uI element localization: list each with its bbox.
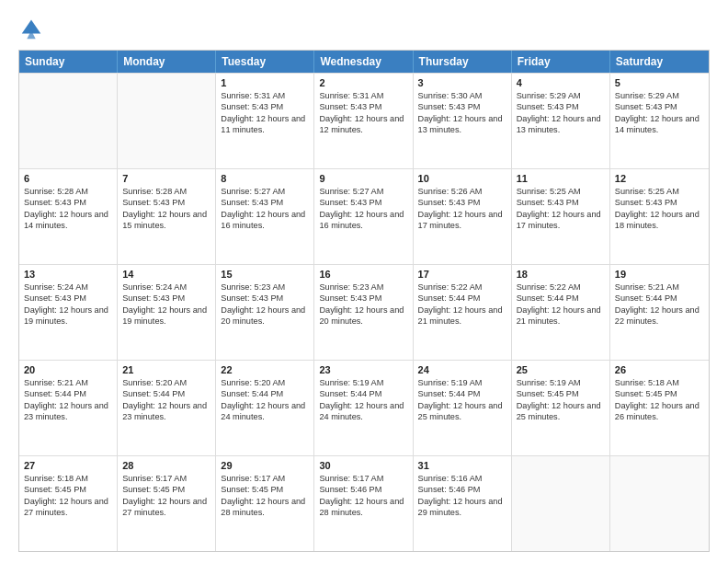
day-number: 30 xyxy=(319,460,407,471)
daylight-text: Daylight: 12 hours and 26 minutes. xyxy=(615,400,704,423)
sunrise-text: Sunrise: 5:16 AM xyxy=(418,473,506,484)
sunset-text: Sunset: 5:44 PM xyxy=(122,388,210,399)
daylight-text: Daylight: 12 hours and 13 minutes. xyxy=(517,113,605,136)
sunrise-text: Sunrise: 5:24 AM xyxy=(24,282,112,293)
sunset-text: Sunset: 5:44 PM xyxy=(418,293,506,304)
sunrise-text: Sunrise: 5:20 AM xyxy=(122,377,210,388)
calendar-cell: 9Sunrise: 5:27 AMSunset: 5:43 PMDaylight… xyxy=(314,169,413,264)
sunset-text: Sunset: 5:43 PM xyxy=(122,293,210,304)
sunset-text: Sunset: 5:43 PM xyxy=(517,197,605,208)
daylight-text: Daylight: 12 hours and 17 minutes. xyxy=(418,209,506,232)
calendar-header-cell-tuesday: Tuesday xyxy=(216,51,314,73)
sunrise-text: Sunrise: 5:19 AM xyxy=(517,377,605,388)
calendar-cell: 7Sunrise: 5:28 AMSunset: 5:43 PMDaylight… xyxy=(118,169,216,264)
day-number: 5 xyxy=(615,77,704,88)
sunset-text: Sunset: 5:43 PM xyxy=(615,197,704,208)
daylight-text: Daylight: 12 hours and 14 minutes. xyxy=(615,113,704,136)
daylight-text: Daylight: 12 hours and 13 minutes. xyxy=(418,113,506,136)
sunrise-text: Sunrise: 5:27 AM xyxy=(221,186,309,197)
calendar-cell xyxy=(512,456,610,551)
calendar-cell: 10Sunrise: 5:26 AMSunset: 5:43 PMDayligh… xyxy=(414,169,512,264)
daylight-text: Daylight: 12 hours and 24 minutes. xyxy=(221,400,309,423)
daylight-text: Daylight: 12 hours and 16 minutes. xyxy=(221,209,309,232)
day-number: 25 xyxy=(517,364,605,375)
sunset-text: Sunset: 5:44 PM xyxy=(517,293,605,304)
sunrise-text: Sunrise: 5:22 AM xyxy=(517,282,605,293)
page: SundayMondayTuesdayWednesdayThursdayFrid… xyxy=(0,0,728,563)
sunset-text: Sunset: 5:43 PM xyxy=(122,197,210,208)
calendar-cell: 5Sunrise: 5:29 AMSunset: 5:43 PMDaylight… xyxy=(610,74,709,168)
calendar-cell xyxy=(610,456,709,551)
daylight-text: Daylight: 12 hours and 29 minutes. xyxy=(418,496,506,519)
calendar-cell: 1Sunrise: 5:31 AMSunset: 5:43 PMDaylight… xyxy=(216,74,314,168)
header xyxy=(18,15,710,40)
calendar-cell xyxy=(19,74,118,168)
sunset-text: Sunset: 5:45 PM xyxy=(122,484,210,495)
sunrise-text: Sunrise: 5:31 AM xyxy=(221,90,309,101)
day-number: 26 xyxy=(615,364,704,375)
sunset-text: Sunset: 5:44 PM xyxy=(221,388,309,399)
sunrise-text: Sunrise: 5:25 AM xyxy=(615,186,704,197)
sunrise-text: Sunrise: 5:23 AM xyxy=(319,282,407,293)
sunrise-text: Sunrise: 5:19 AM xyxy=(319,377,407,388)
day-number: 4 xyxy=(517,77,605,88)
calendar-cell: 25Sunrise: 5:19 AMSunset: 5:45 PMDayligh… xyxy=(512,361,610,455)
daylight-text: Daylight: 12 hours and 19 minutes. xyxy=(122,304,210,327)
calendar-cell: 24Sunrise: 5:19 AMSunset: 5:44 PMDayligh… xyxy=(414,361,512,455)
day-number: 24 xyxy=(418,364,506,375)
calendar-cell: 14Sunrise: 5:24 AMSunset: 5:43 PMDayligh… xyxy=(118,265,216,360)
day-number: 31 xyxy=(418,460,506,471)
calendar-cell: 13Sunrise: 5:24 AMSunset: 5:43 PMDayligh… xyxy=(19,265,118,360)
calendar-cell: 4Sunrise: 5:29 AMSunset: 5:43 PMDaylight… xyxy=(512,74,610,168)
sunset-text: Sunset: 5:45 PM xyxy=(24,484,112,495)
sunset-text: Sunset: 5:46 PM xyxy=(418,484,506,495)
sunset-text: Sunset: 5:44 PM xyxy=(319,388,407,399)
sunrise-text: Sunrise: 5:30 AM xyxy=(418,90,506,101)
sunrise-text: Sunrise: 5:28 AM xyxy=(24,186,112,197)
daylight-text: Daylight: 12 hours and 27 minutes. xyxy=(122,496,210,519)
calendar-cell: 3Sunrise: 5:30 AMSunset: 5:43 PMDaylight… xyxy=(414,74,512,168)
calendar-week-0: 1Sunrise: 5:31 AMSunset: 5:43 PMDaylight… xyxy=(19,73,709,168)
calendar-cell: 28Sunrise: 5:17 AMSunset: 5:45 PMDayligh… xyxy=(118,456,216,551)
sunrise-text: Sunrise: 5:23 AM xyxy=(221,282,309,293)
day-number: 12 xyxy=(615,173,704,184)
daylight-text: Daylight: 12 hours and 18 minutes. xyxy=(615,209,704,232)
sunset-text: Sunset: 5:43 PM xyxy=(24,197,112,208)
calendar-header-cell-monday: Monday xyxy=(118,51,216,73)
day-number: 6 xyxy=(24,173,112,184)
day-number: 2 xyxy=(319,77,407,88)
calendar-cell: 17Sunrise: 5:22 AMSunset: 5:44 PMDayligh… xyxy=(414,265,512,360)
sunset-text: Sunset: 5:43 PM xyxy=(221,197,309,208)
day-number: 11 xyxy=(517,173,605,184)
sunrise-text: Sunrise: 5:17 AM xyxy=(221,473,309,484)
daylight-text: Daylight: 12 hours and 24 minutes. xyxy=(319,400,407,423)
calendar-body: 1Sunrise: 5:31 AMSunset: 5:43 PMDaylight… xyxy=(19,73,709,551)
day-number: 14 xyxy=(122,269,210,280)
sunrise-text: Sunrise: 5:17 AM xyxy=(319,473,407,484)
day-number: 7 xyxy=(122,173,210,184)
sunset-text: Sunset: 5:43 PM xyxy=(221,293,309,304)
daylight-text: Daylight: 12 hours and 22 minutes. xyxy=(615,304,704,327)
day-number: 20 xyxy=(24,364,112,375)
daylight-text: Daylight: 12 hours and 21 minutes. xyxy=(418,304,506,327)
day-number: 22 xyxy=(221,364,309,375)
sunrise-text: Sunrise: 5:29 AM xyxy=(517,90,605,101)
sunset-text: Sunset: 5:43 PM xyxy=(221,101,309,112)
sunrise-text: Sunrise: 5:18 AM xyxy=(615,377,704,388)
calendar-cell: 15Sunrise: 5:23 AMSunset: 5:43 PMDayligh… xyxy=(216,265,314,360)
sunset-text: Sunset: 5:44 PM xyxy=(615,293,704,304)
daylight-text: Daylight: 12 hours and 23 minutes. xyxy=(24,400,112,423)
sunset-text: Sunset: 5:44 PM xyxy=(418,388,506,399)
sunrise-text: Sunrise: 5:24 AM xyxy=(122,282,210,293)
calendar-header-cell-friday: Friday xyxy=(512,51,610,73)
sunrise-text: Sunrise: 5:21 AM xyxy=(615,282,704,293)
sunset-text: Sunset: 5:43 PM xyxy=(418,101,506,112)
calendar-cell: 2Sunrise: 5:31 AMSunset: 5:43 PMDaylight… xyxy=(314,74,413,168)
daylight-text: Daylight: 12 hours and 16 minutes. xyxy=(319,209,407,232)
day-number: 18 xyxy=(517,269,605,280)
daylight-text: Daylight: 12 hours and 12 minutes. xyxy=(319,113,407,136)
sunrise-text: Sunrise: 5:20 AM xyxy=(221,377,309,388)
calendar-cell: 20Sunrise: 5:21 AMSunset: 5:44 PMDayligh… xyxy=(19,361,118,455)
day-number: 17 xyxy=(418,269,506,280)
calendar: SundayMondayTuesdayWednesdayThursdayFrid… xyxy=(18,50,710,552)
